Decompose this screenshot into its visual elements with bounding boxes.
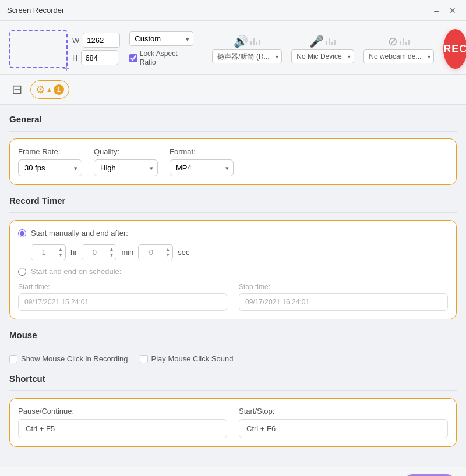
sec-input[interactable]: [139, 245, 163, 260]
schedule-time-fields: Start time: Stop time:: [18, 283, 448, 311]
bar-4: [259, 40, 260, 45]
frame-rate-group: Frame Rate: 15 fps 20 fps 24 fps 30 fps …: [18, 147, 82, 176]
show-click-label: Show Mouse Click in Recording: [21, 354, 128, 363]
gear-icon: ⚙: [36, 83, 45, 96]
sec-up-btn[interactable]: ▲: [163, 247, 172, 253]
bar-2: [329, 38, 330, 45]
mouse-section-title: Mouse: [9, 330, 457, 340]
frame-rate-select-wrap: 15 fps 20 fps 24 fps 30 fps 60 fps: [18, 159, 82, 176]
schedule-label: Start and end on schedule:: [31, 267, 121, 276]
height-row: H: [72, 50, 120, 65]
crosshair-icon: ✛: [63, 63, 71, 72]
hr-spinners: ▲ ▼: [56, 247, 65, 258]
bar-2: [403, 38, 404, 45]
speaker-select-wrap: 扬声器/听筒 (R...: [212, 49, 282, 63]
show-click-checkbox[interactable]: [9, 355, 17, 363]
list-view-button[interactable]: ⊟: [9, 80, 24, 100]
width-label: W: [72, 36, 79, 45]
webcam-icon-row: ⊘: [388, 34, 410, 48]
mic-bars: [326, 38, 336, 45]
schedule-radio[interactable]: [18, 268, 26, 276]
manual-radio-row: Start manually and end after:: [18, 229, 448, 237]
minimize-button[interactable]: –: [431, 5, 442, 16]
window-controls: – ✕: [431, 5, 459, 16]
titlebar: Screen Recorder – ✕: [0, 0, 466, 21]
pause-input[interactable]: [18, 419, 227, 438]
lock-aspect-row: Lock Aspect Ratio: [129, 49, 193, 66]
start-time-input[interactable]: [18, 293, 227, 311]
hr-up-btn[interactable]: ▲: [56, 247, 65, 253]
width-row: W: [72, 33, 120, 48]
top-bar: ✛ W H Custom Full Screen 1920x1080 1280x…: [0, 21, 466, 75]
time-inputs-row: ▲ ▼ hr ▲ ▼ min ▲ ▼: [18, 244, 448, 260]
height-input[interactable]: [81, 50, 118, 65]
preset-select[interactable]: Custom Full Screen 1920x1080 1280x720: [129, 31, 193, 46]
speaker-icon-row: 🔊: [234, 34, 260, 48]
quality-group: Quality: Low Medium High Lossless: [94, 147, 158, 176]
frame-rate-select[interactable]: 15 fps 20 fps 24 fps 30 fps 60 fps: [18, 159, 82, 176]
bar-1: [326, 41, 327, 45]
format-select-wrap: MP4 MOV AVI MKV GIF: [170, 159, 234, 176]
lock-aspect-checkbox[interactable]: [129, 54, 137, 62]
play-sound-item: Play Mouse Click Sound: [140, 354, 234, 363]
record-timer-title: Record Timer: [9, 196, 457, 205]
settings-bar: ⊟ ⚙ ▲ 1: [0, 75, 466, 105]
stop-time-input[interactable]: [239, 293, 448, 311]
stop-time-group: Stop time:: [239, 283, 448, 311]
webcam-device: ⊘ No webcam de...: [363, 34, 434, 63]
screen-preview-box[interactable]: ✛: [9, 30, 68, 68]
webcam-bars: [400, 38, 410, 45]
hr-spinner: ▲ ▼: [31, 244, 66, 260]
min-down-btn[interactable]: ▼: [107, 253, 116, 258]
bar-2: [253, 38, 255, 45]
speaker-bars: [250, 38, 260, 45]
play-sound-label: Play Mouse Click Sound: [151, 354, 234, 363]
quality-select[interactable]: Low Medium High Lossless: [94, 159, 158, 176]
mic-select[interactable]: No Mic Device: [291, 49, 354, 63]
record-timer-box: Start manually and end after: ▲ ▼ hr ▲ ▼: [9, 220, 457, 319]
bar-1: [250, 41, 252, 45]
manual-radio[interactable]: [18, 229, 26, 237]
preset-select-wrap: Custom Full Screen 1920x1080 1280x720: [129, 31, 193, 46]
sec-spinner: ▲ ▼: [138, 244, 173, 260]
hr-input[interactable]: [31, 245, 56, 260]
scroll-area: General Frame Rate: 15 fps 20 fps 24 fps…: [0, 105, 466, 467]
min-input[interactable]: [82, 245, 107, 260]
sec-spinners: ▲ ▼: [163, 247, 172, 258]
speaker-select[interactable]: 扬声器/听筒 (R...: [212, 49, 282, 63]
hr-down-btn[interactable]: ▼: [56, 253, 65, 258]
format-select[interactable]: MP4 MOV AVI MKV GIF: [170, 159, 234, 176]
chevron-up-icon: ▲: [46, 86, 52, 93]
webcam-select-wrap: No webcam de...: [363, 49, 434, 63]
min-up-btn[interactable]: ▲: [107, 247, 116, 253]
start-shortcut-group: Start/Stop:: [239, 407, 448, 438]
hr-label: hr: [70, 248, 77, 257]
general-divider: [9, 131, 457, 132]
mic-icon-row: 🎤: [309, 34, 336, 48]
dimension-inputs: W H: [72, 33, 120, 65]
rec-button[interactable]: REC: [443, 29, 466, 69]
height-label: H: [72, 54, 77, 62]
webcam-select[interactable]: No webcam de...: [363, 49, 434, 63]
pause-label: Pause/Continue:: [18, 407, 227, 415]
general-section: General Frame Rate: 15 fps 20 fps 24 fps…: [9, 114, 457, 185]
sec-label: sec: [178, 248, 189, 257]
min-label: min: [121, 248, 133, 257]
gear-settings-wrap[interactable]: ⚙ ▲ 1: [30, 80, 69, 99]
mic-select-wrap: No Mic Device: [291, 49, 354, 63]
start-input[interactable]: [239, 419, 448, 438]
sec-down-btn[interactable]: ▼: [163, 253, 172, 258]
general-orange-box: Frame Rate: 15 fps 20 fps 24 fps 30 fps …: [9, 138, 457, 185]
play-sound-checkbox[interactable]: [140, 355, 148, 363]
bar-1: [400, 41, 401, 45]
app-title: Screen Recorder: [7, 6, 431, 15]
quality-label: Quality:: [94, 147, 158, 156]
shortcut-fields: Pause/Continue: Start/Stop:: [18, 407, 448, 438]
format-label: Format:: [170, 147, 234, 156]
schedule-radio-row: Start and end on schedule:: [18, 267, 448, 276]
close-button[interactable]: ✕: [446, 5, 459, 16]
width-input[interactable]: [83, 33, 120, 48]
shortcut-divider: [9, 390, 457, 391]
pause-shortcut-group: Pause/Continue:: [18, 407, 227, 438]
format-group: Format: MP4 MOV AVI MKV GIF: [170, 147, 234, 176]
